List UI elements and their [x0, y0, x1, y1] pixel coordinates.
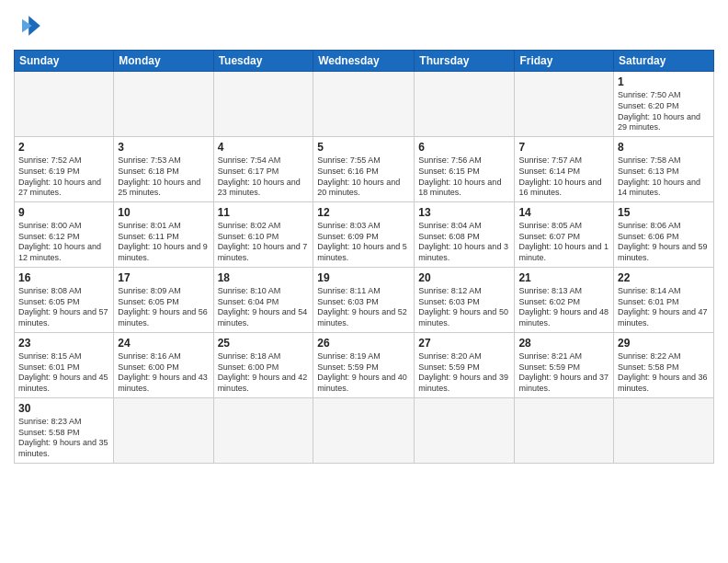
calendar-cell: 5Sunrise: 7:55 AM Sunset: 6:16 PM Daylig…	[313, 136, 415, 201]
calendar-cell: 28Sunrise: 8:21 AM Sunset: 5:59 PM Dayli…	[515, 332, 614, 397]
day-number: 17	[118, 270, 209, 285]
weekday-header: Friday	[515, 51, 614, 72]
calendar-cell: 1Sunrise: 7:50 AM Sunset: 6:20 PM Daylig…	[614, 72, 714, 137]
calendar-week-row: 1Sunrise: 7:50 AM Sunset: 6:20 PM Daylig…	[15, 72, 714, 137]
calendar-cell: 4Sunrise: 7:54 AM Sunset: 6:17 PM Daylig…	[213, 136, 313, 201]
day-number: 23	[18, 336, 109, 350]
day-number: 20	[418, 270, 510, 285]
day-number: 24	[118, 336, 209, 350]
calendar-cell	[415, 397, 515, 463]
calendar-cell	[114, 397, 213, 463]
day-info: Sunrise: 7:56 AM Sunset: 6:15 PM Dayligh…	[418, 155, 510, 199]
weekday-header: Thursday	[415, 51, 515, 72]
day-info: Sunrise: 8:19 AM Sunset: 5:59 PM Dayligh…	[317, 351, 410, 395]
day-number: 13	[418, 205, 510, 220]
day-info: Sunrise: 8:18 AM Sunset: 6:00 PM Dayligh…	[218, 351, 310, 395]
day-number: 9	[18, 205, 109, 220]
day-number: 19	[317, 270, 410, 285]
calendar-cell: 29Sunrise: 8:22 AM Sunset: 5:58 PM Dayli…	[614, 332, 714, 397]
calendar-table: SundayMondayTuesdayWednesdayThursdayFrid…	[14, 50, 714, 464]
day-info: Sunrise: 8:04 AM Sunset: 6:08 PM Dayligh…	[418, 221, 510, 264]
day-info: Sunrise: 8:21 AM Sunset: 5:59 PM Dayligh…	[518, 351, 609, 395]
calendar-cell: 6Sunrise: 7:56 AM Sunset: 6:15 PM Daylig…	[415, 136, 515, 201]
day-info: Sunrise: 8:06 AM Sunset: 6:06 PM Dayligh…	[618, 221, 710, 264]
calendar-cell: 27Sunrise: 8:20 AM Sunset: 5:59 PM Dayli…	[415, 332, 515, 397]
calendar-cell: 12Sunrise: 8:03 AM Sunset: 6:09 PM Dayli…	[313, 201, 415, 267]
calendar-cell: 25Sunrise: 8:18 AM Sunset: 6:00 PM Dayli…	[213, 332, 313, 397]
day-number: 7	[518, 140, 609, 155]
day-info: Sunrise: 7:57 AM Sunset: 6:14 PM Dayligh…	[518, 155, 609, 199]
day-info: Sunrise: 8:09 AM Sunset: 6:05 PM Dayligh…	[118, 286, 209, 329]
header	[14, 9, 714, 42]
day-number: 10	[118, 205, 209, 220]
weekday-header: Tuesday	[213, 51, 313, 72]
day-number: 8	[618, 140, 710, 155]
calendar-week-row: 2Sunrise: 7:52 AM Sunset: 6:19 PM Daylig…	[15, 136, 714, 201]
day-number: 5	[317, 140, 410, 155]
weekday-header: Monday	[114, 51, 213, 72]
calendar-cell: 20Sunrise: 8:12 AM Sunset: 6:03 PM Dayli…	[415, 267, 515, 332]
calendar-week-row: 23Sunrise: 8:15 AM Sunset: 6:01 PM Dayli…	[15, 332, 714, 397]
day-number: 29	[618, 336, 710, 350]
day-number: 30	[18, 401, 109, 416]
day-info: Sunrise: 8:10 AM Sunset: 6:04 PM Dayligh…	[218, 286, 310, 329]
calendar-cell: 23Sunrise: 8:15 AM Sunset: 6:01 PM Dayli…	[15, 332, 114, 397]
calendar-cell: 26Sunrise: 8:19 AM Sunset: 5:59 PM Dayli…	[313, 332, 415, 397]
calendar-cell: 19Sunrise: 8:11 AM Sunset: 6:03 PM Dayli…	[313, 267, 415, 332]
calendar-cell: 3Sunrise: 7:53 AM Sunset: 6:18 PM Daylig…	[114, 136, 213, 201]
day-number: 2	[18, 140, 109, 155]
day-info: Sunrise: 7:53 AM Sunset: 6:18 PM Dayligh…	[118, 155, 209, 199]
day-number: 15	[618, 205, 710, 220]
calendar-cell: 30Sunrise: 8:23 AM Sunset: 5:58 PM Dayli…	[15, 397, 114, 463]
weekday-header: Wednesday	[313, 51, 415, 72]
calendar-cell: 22Sunrise: 8:14 AM Sunset: 6:01 PM Dayli…	[614, 267, 714, 332]
calendar-cell	[515, 72, 614, 137]
logo	[14, 9, 51, 42]
day-info: Sunrise: 7:55 AM Sunset: 6:16 PM Dayligh…	[317, 155, 410, 199]
calendar-cell	[313, 397, 415, 463]
calendar-week-row: 30Sunrise: 8:23 AM Sunset: 5:58 PM Dayli…	[15, 397, 714, 463]
calendar-header-row: SundayMondayTuesdayWednesdayThursdayFrid…	[15, 51, 714, 72]
calendar-cell: 15Sunrise: 8:06 AM Sunset: 6:06 PM Dayli…	[614, 201, 714, 267]
day-number: 18	[218, 270, 310, 285]
page: SundayMondayTuesdayWednesdayThursdayFrid…	[0, 0, 728, 563]
calendar-cell	[213, 72, 313, 137]
weekday-header: Saturday	[614, 51, 714, 72]
day-info: Sunrise: 8:15 AM Sunset: 6:01 PM Dayligh…	[18, 351, 109, 395]
calendar-cell: 2Sunrise: 7:52 AM Sunset: 6:19 PM Daylig…	[15, 136, 114, 201]
day-info: Sunrise: 8:01 AM Sunset: 6:11 PM Dayligh…	[118, 221, 209, 264]
day-info: Sunrise: 8:23 AM Sunset: 5:58 PM Dayligh…	[18, 417, 109, 460]
day-info: Sunrise: 8:05 AM Sunset: 6:07 PM Dayligh…	[518, 221, 609, 264]
day-info: Sunrise: 8:12 AM Sunset: 6:03 PM Dayligh…	[418, 286, 510, 329]
day-info: Sunrise: 8:03 AM Sunset: 6:09 PM Dayligh…	[317, 221, 410, 264]
day-info: Sunrise: 7:50 AM Sunset: 6:20 PM Dayligh…	[618, 90, 710, 133]
day-info: Sunrise: 8:20 AM Sunset: 5:59 PM Dayligh…	[418, 351, 510, 395]
calendar-cell	[213, 397, 313, 463]
calendar-cell: 17Sunrise: 8:09 AM Sunset: 6:05 PM Dayli…	[114, 267, 213, 332]
day-number: 27	[418, 336, 510, 350]
day-number: 12	[317, 205, 410, 220]
calendar-cell	[415, 72, 515, 137]
day-info: Sunrise: 8:22 AM Sunset: 5:58 PM Dayligh…	[618, 351, 710, 395]
calendar-cell: 7Sunrise: 7:57 AM Sunset: 6:14 PM Daylig…	[515, 136, 614, 201]
day-info: Sunrise: 8:08 AM Sunset: 6:05 PM Dayligh…	[18, 286, 109, 329]
day-number: 26	[317, 336, 410, 350]
day-info: Sunrise: 8:00 AM Sunset: 6:12 PM Dayligh…	[18, 221, 109, 264]
day-number: 22	[618, 270, 710, 285]
calendar-cell: 24Sunrise: 8:16 AM Sunset: 6:00 PM Dayli…	[114, 332, 213, 397]
calendar-week-row: 16Sunrise: 8:08 AM Sunset: 6:05 PM Dayli…	[15, 267, 714, 332]
day-number: 16	[18, 270, 109, 285]
logo-icon	[14, 9, 47, 42]
day-info: Sunrise: 8:14 AM Sunset: 6:01 PM Dayligh…	[618, 286, 710, 329]
day-info: Sunrise: 8:13 AM Sunset: 6:02 PM Dayligh…	[518, 286, 609, 329]
day-info: Sunrise: 8:16 AM Sunset: 6:00 PM Dayligh…	[118, 351, 209, 395]
day-number: 14	[518, 205, 609, 220]
day-number: 1	[618, 75, 710, 89]
calendar-cell: 8Sunrise: 7:58 AM Sunset: 6:13 PM Daylig…	[614, 136, 714, 201]
day-info: Sunrise: 8:02 AM Sunset: 6:10 PM Dayligh…	[218, 221, 310, 264]
calendar-cell	[515, 397, 614, 463]
calendar-cell: 10Sunrise: 8:01 AM Sunset: 6:11 PM Dayli…	[114, 201, 213, 267]
calendar-cell	[114, 72, 213, 137]
calendar-cell: 21Sunrise: 8:13 AM Sunset: 6:02 PM Dayli…	[515, 267, 614, 332]
day-number: 11	[218, 205, 310, 220]
